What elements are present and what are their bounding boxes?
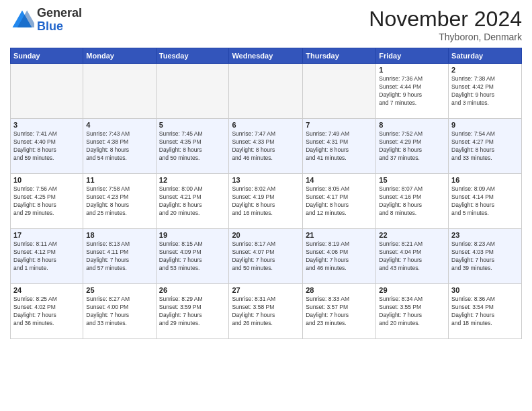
logo-icon [10, 8, 34, 32]
col-wednesday: Wednesday [229, 48, 303, 64]
calendar-cell: 10Sunrise: 7:56 AM Sunset: 4:25 PM Dayli… [11, 174, 83, 229]
calendar-cell: 23Sunrise: 8:23 AM Sunset: 4:03 PM Dayli… [449, 229, 522, 284]
calendar-cell: 5Sunrise: 7:45 AM Sunset: 4:35 PM Daylig… [156, 119, 229, 174]
day-info: Sunrise: 7:45 AM Sunset: 4:35 PM Dayligh… [159, 130, 226, 163]
day-info: Sunrise: 8:02 AM Sunset: 4:19 PM Dayligh… [232, 185, 300, 218]
calendar-cell: 19Sunrise: 8:15 AM Sunset: 4:09 PM Dayli… [156, 229, 229, 284]
calendar-cell: 16Sunrise: 8:09 AM Sunset: 4:14 PM Dayli… [449, 174, 522, 229]
day-info: Sunrise: 8:33 AM Sunset: 3:57 PM Dayligh… [306, 295, 373, 328]
calendar-cell: 15Sunrise: 8:07 AM Sunset: 4:16 PM Dayli… [376, 174, 449, 229]
day-number: 26 [159, 286, 226, 294]
day-number: 17 [13, 231, 80, 239]
calendar-cell: 22Sunrise: 8:21 AM Sunset: 4:04 PM Dayli… [376, 229, 449, 284]
day-info: Sunrise: 8:15 AM Sunset: 4:09 PM Dayligh… [159, 240, 226, 273]
logo-general: General [37, 7, 82, 20]
calendar-cell: 7Sunrise: 7:49 AM Sunset: 4:31 PM Daylig… [303, 119, 376, 174]
month-title: November 2024 [369, 7, 522, 32]
day-info: Sunrise: 8:19 AM Sunset: 4:06 PM Dayligh… [306, 240, 373, 273]
day-number: 12 [159, 176, 226, 184]
calendar-cell: 14Sunrise: 8:05 AM Sunset: 4:17 PM Dayli… [303, 174, 376, 229]
col-monday: Monday [83, 48, 156, 64]
day-number: 3 [13, 121, 80, 129]
calendar-cell: 29Sunrise: 8:34 AM Sunset: 3:55 PM Dayli… [376, 284, 449, 339]
day-number: 1 [379, 66, 445, 74]
day-number: 2 [451, 66, 519, 74]
day-number: 16 [451, 176, 519, 184]
calendar-cell: 27Sunrise: 8:31 AM Sunset: 3:58 PM Dayli… [229, 284, 303, 339]
day-info: Sunrise: 7:43 AM Sunset: 4:38 PM Dayligh… [86, 130, 152, 163]
calendar-cell: 2Sunrise: 7:38 AM Sunset: 4:42 PM Daylig… [449, 64, 522, 119]
day-number: 8 [379, 121, 445, 129]
day-info: Sunrise: 8:31 AM Sunset: 3:58 PM Dayligh… [232, 295, 300, 328]
day-info: Sunrise: 8:11 AM Sunset: 4:12 PM Dayligh… [13, 240, 80, 273]
calendar-cell: 8Sunrise: 7:52 AM Sunset: 4:29 PM Daylig… [376, 119, 449, 174]
logo-blue: Blue [37, 20, 82, 34]
day-number: 29 [379, 286, 445, 294]
day-info: Sunrise: 8:17 AM Sunset: 4:07 PM Dayligh… [232, 240, 300, 273]
day-number: 24 [13, 286, 80, 294]
day-info: Sunrise: 7:41 AM Sunset: 4:40 PM Dayligh… [13, 130, 80, 163]
title-block: November 2024 Thyboron, Denmark [369, 7, 522, 42]
calendar-cell: 4Sunrise: 7:43 AM Sunset: 4:38 PM Daylig… [83, 119, 156, 174]
calendar-cell: 18Sunrise: 8:13 AM Sunset: 4:11 PM Dayli… [83, 229, 156, 284]
calendar-cell: 25Sunrise: 8:27 AM Sunset: 4:00 PM Dayli… [83, 284, 156, 339]
calendar-cell: 12Sunrise: 8:00 AM Sunset: 4:21 PM Dayli… [156, 174, 229, 229]
day-info: Sunrise: 7:52 AM Sunset: 4:29 PM Dayligh… [379, 130, 445, 163]
day-number: 23 [451, 231, 519, 239]
day-info: Sunrise: 8:13 AM Sunset: 4:11 PM Dayligh… [86, 240, 152, 273]
day-number: 27 [232, 286, 300, 294]
calendar-week-2: 10Sunrise: 7:56 AM Sunset: 4:25 PM Dayli… [11, 174, 522, 229]
day-info: Sunrise: 8:05 AM Sunset: 4:17 PM Dayligh… [306, 185, 373, 218]
day-info: Sunrise: 8:25 AM Sunset: 4:02 PM Dayligh… [13, 295, 80, 328]
location: Thyboron, Denmark [369, 32, 522, 42]
day-number: 14 [306, 176, 373, 184]
day-info: Sunrise: 7:36 AM Sunset: 4:44 PM Dayligh… [379, 75, 445, 107]
day-info: Sunrise: 8:29 AM Sunset: 3:59 PM Dayligh… [159, 295, 226, 328]
calendar-cell: 9Sunrise: 7:54 AM Sunset: 4:27 PM Daylig… [449, 119, 522, 174]
calendar-cell: 6Sunrise: 7:47 AM Sunset: 4:33 PM Daylig… [229, 119, 303, 174]
day-info: Sunrise: 8:21 AM Sunset: 4:04 PM Dayligh… [379, 240, 445, 273]
day-number: 22 [379, 231, 445, 239]
day-number: 13 [232, 176, 300, 184]
day-number: 19 [159, 231, 226, 239]
calendar-cell: 26Sunrise: 8:29 AM Sunset: 3:59 PM Dayli… [156, 284, 229, 339]
calendar-cell [11, 64, 83, 119]
day-number: 4 [86, 121, 152, 129]
day-info: Sunrise: 7:49 AM Sunset: 4:31 PM Dayligh… [306, 130, 373, 163]
day-info: Sunrise: 7:47 AM Sunset: 4:33 PM Dayligh… [232, 130, 300, 163]
calendar-cell: 28Sunrise: 8:33 AM Sunset: 3:57 PM Dayli… [303, 284, 376, 339]
day-number: 30 [451, 286, 519, 294]
day-number: 28 [306, 286, 373, 294]
day-number: 18 [86, 231, 152, 239]
day-number: 25 [86, 286, 152, 294]
day-number: 21 [306, 231, 373, 239]
day-info: Sunrise: 7:54 AM Sunset: 4:27 PM Dayligh… [451, 130, 519, 163]
calendar-cell: 3Sunrise: 7:41 AM Sunset: 4:40 PM Daylig… [11, 119, 83, 174]
calendar-week-0: 1Sunrise: 7:36 AM Sunset: 4:44 PM Daylig… [11, 64, 522, 119]
calendar-cell [156, 64, 229, 119]
day-info: Sunrise: 8:09 AM Sunset: 4:14 PM Dayligh… [451, 185, 519, 218]
calendar-cell: 24Sunrise: 8:25 AM Sunset: 4:02 PM Dayli… [11, 284, 83, 339]
page-container: General Blue November 2024 Thyboron, Den… [0, 0, 532, 342]
calendar-cell: 17Sunrise: 8:11 AM Sunset: 4:12 PM Dayli… [11, 229, 83, 284]
calendar-cell: 11Sunrise: 7:58 AM Sunset: 4:23 PM Dayli… [83, 174, 156, 229]
col-sunday: Sunday [11, 48, 83, 64]
day-info: Sunrise: 8:34 AM Sunset: 3:55 PM Dayligh… [379, 295, 445, 328]
day-info: Sunrise: 7:56 AM Sunset: 4:25 PM Dayligh… [13, 185, 80, 218]
day-info: Sunrise: 7:38 AM Sunset: 4:42 PM Dayligh… [451, 75, 519, 107]
day-number: 6 [232, 121, 300, 129]
logo-label: General Blue [37, 7, 82, 34]
day-number: 20 [232, 231, 300, 239]
calendar-cell: 20Sunrise: 8:17 AM Sunset: 4:07 PM Dayli… [229, 229, 303, 284]
day-number: 15 [379, 176, 445, 184]
calendar-week-1: 3Sunrise: 7:41 AM Sunset: 4:40 PM Daylig… [11, 119, 522, 174]
day-number: 5 [159, 121, 226, 129]
calendar-week-3: 17Sunrise: 8:11 AM Sunset: 4:12 PM Dayli… [11, 229, 522, 284]
day-number: 10 [13, 176, 80, 184]
day-info: Sunrise: 8:07 AM Sunset: 4:16 PM Dayligh… [379, 185, 445, 218]
col-saturday: Saturday [449, 48, 522, 64]
page-header: General Blue November 2024 Thyboron, Den… [10, 7, 522, 42]
day-info: Sunrise: 8:23 AM Sunset: 4:03 PM Dayligh… [451, 240, 519, 273]
calendar-week-4: 24Sunrise: 8:25 AM Sunset: 4:02 PM Dayli… [11, 284, 522, 339]
calendar-cell: 21Sunrise: 8:19 AM Sunset: 4:06 PM Dayli… [303, 229, 376, 284]
